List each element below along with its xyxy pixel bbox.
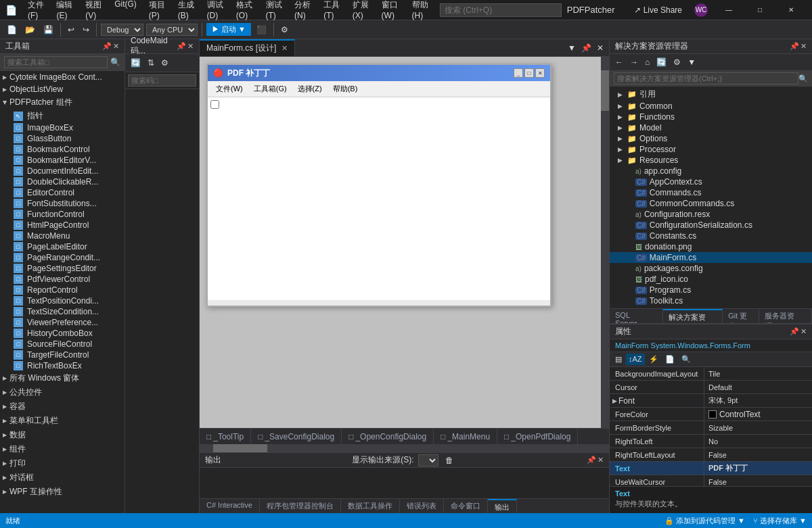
status-select-repo[interactable]: ⑂ 选择存储库 ▼ — [753, 516, 807, 526]
output-tab-csharp[interactable]: C# Interactive — [200, 499, 260, 513]
output-tab-nuget[interactable]: 程序包管理器控制台 — [260, 499, 341, 513]
expand-icon[interactable]: ▶ — [612, 398, 617, 404]
output-close[interactable]: ✕ — [597, 456, 604, 464]
solution-home[interactable]: ⌂ — [642, 55, 652, 69]
editor-tab-mainform[interactable]: MainForm.cs [设计] ✕ — [200, 39, 295, 56]
prop-value-bglayout[interactable]: Tile — [704, 367, 812, 380]
undo-btn[interactable]: ↩ — [65, 23, 77, 37]
prop-value-usewaitcursor[interactable]: False — [704, 475, 812, 486]
prop-value-righttoleft[interactable]: No — [704, 435, 812, 448]
toolbar-more[interactable]: ⚙ — [278, 23, 291, 37]
tab-sql-server[interactable]: SQL Server... — [610, 309, 663, 323]
menu-view[interactable]: 视图(V) — [80, 0, 108, 23]
solution-search-input[interactable] — [614, 72, 798, 85]
bottom-tab-openpdf[interactable]: □ _OpenPdfDialog — [497, 429, 578, 444]
bottom-tab-saveconfig[interactable]: □ _SaveConfigDialog — [251, 429, 342, 444]
tree-item-pdficon[interactable]: 🖼 pdf_icon.ico — [610, 274, 812, 285]
tree-item-options[interactable]: ▶ 📁 Options — [610, 133, 812, 144]
stop-btn[interactable]: ⬛ — [254, 23, 269, 37]
search-box[interactable] — [440, 3, 562, 17]
menu-extensions[interactable]: 扩展(X) — [347, 0, 375, 23]
tab-close-icon[interactable]: ✕ — [281, 44, 288, 53]
props-btn-alphabetical[interactable]: ↕AZ — [626, 354, 645, 365]
tree-item-resources[interactable]: ▶ 📁 Resources — [610, 155, 812, 166]
toolbox-item-dblclick[interactable]: □ DoubleClickableR... — [0, 176, 125, 187]
prop-value-forecolor[interactable]: ControlText — [704, 408, 812, 421]
tree-item-commoncommands[interactable]: C# CommonCommands.cs — [610, 198, 812, 209]
prop-value-cursor[interactable]: Default — [704, 381, 812, 393]
menu-project[interactable]: 项目(P) — [143, 0, 171, 23]
menu-help[interactable]: 帮助(H) — [407, 0, 434, 23]
toolbox-item-bookmarkeditor[interactable]: □ BookmarkEditorV... — [0, 155, 125, 166]
props-pin[interactable]: 📌 — [790, 327, 799, 336]
toolbox-group-header-dialog[interactable]: ▶ 对话框 — [0, 471, 125, 485]
toolbox-item-imagebox[interactable]: □ ImageBoxEx — [0, 122, 125, 133]
tree-item-constants[interactable]: C# Constants.cs — [610, 231, 812, 241]
form-menu-file[interactable]: 文件(W) — [210, 82, 248, 95]
toolbox-group-header-pdfpatcher[interactable]: ▶ PDFPatcher 组件 — [0, 95, 125, 110]
toolbox-item-richtextbox[interactable]: □ RichTextBoxEx — [0, 360, 125, 371]
toolbox-group-header-winforms[interactable]: ▶ 所有 Windows 窗体 — [0, 371, 125, 385]
toolbox-item-macro[interactable]: □ MacroMenu — [0, 231, 125, 241]
toolbox-group-header-data[interactable]: ▶ 数据 — [0, 428, 125, 442]
solution-settings[interactable]: ⚙ — [671, 55, 683, 69]
toolbox-group-header-print[interactable]: ▶ 打印 — [0, 456, 125, 471]
tree-item-program[interactable]: C# Program.cs — [610, 285, 812, 295]
output-tab-command[interactable]: 命令窗口 — [444, 499, 488, 513]
tree-item-configresx[interactable]: a) Configuration.resx — [610, 209, 812, 220]
toolbox-group-header-component[interactable]: ▶ 组件 — [0, 442, 125, 456]
toolbox-item-pagesettings[interactable]: □ PageSettingsEditor — [0, 263, 125, 274]
menu-file[interactable]: 文件(F) — [22, 0, 49, 23]
toolbox-item-textsize[interactable]: □ TextSizeCondition... — [0, 306, 125, 317]
menu-format[interactable]: 格式(O) — [231, 0, 259, 23]
solution-close[interactable]: ✕ — [800, 42, 807, 51]
toolbox-pin[interactable]: 📌 — [102, 42, 112, 51]
designer-scrollbar-v[interactable] — [601, 57, 609, 428]
status-add-source[interactable]: 🔒 添加到源代码管理 ▼ — [664, 516, 745, 526]
minimize-btn[interactable]: — — [713, 0, 744, 20]
tree-item-mainform[interactable]: C# MainForm.cs — [610, 252, 812, 263]
form-menu-select[interactable]: 选择(Z) — [292, 82, 328, 95]
tree-item-processor[interactable]: ▶ 📁 Processor — [610, 144, 812, 155]
toolbox-item-history[interactable]: □ HistoryComboBox — [0, 328, 125, 339]
prop-value-formborder[interactable]: Sizable — [704, 421, 812, 434]
menu-edit[interactable]: 编辑(E) — [51, 0, 78, 23]
solution-refresh[interactable]: 🔄 — [654, 55, 669, 69]
form-max-btn[interactable]: □ — [524, 68, 534, 78]
toolbox-group-header-common[interactable]: ▶ 公共控件 — [0, 385, 125, 400]
props-btn-property-pages[interactable]: 📄 — [662, 354, 677, 365]
codemaid-close[interactable]: ✕ — [187, 42, 194, 51]
run-button[interactable]: ▶ 启动 ▼ — [206, 23, 251, 36]
menu-git[interactable]: Git(G) — [109, 0, 142, 23]
codemaid-pin[interactable]: 📌 — [177, 42, 186, 51]
toolbox-item-viewer[interactable]: □ ViewerPreference... — [0, 317, 125, 328]
toolbox-item-docinfo[interactable]: □ DocumentInfoEdit... — [0, 166, 125, 176]
tree-item-commands[interactable]: C# Commands.cs — [610, 187, 812, 198]
toolbox-item-htmlpage[interactable]: □ HtmlPageControl — [0, 220, 125, 231]
scrollbar-thumb-v[interactable] — [601, 70, 609, 111]
codemaid-settings[interactable]: ⚙ — [158, 56, 171, 70]
tab-server-explorer[interactable]: 服务器资源... — [759, 309, 812, 323]
live-share-btn[interactable]: ↗ Live Share — [627, 5, 689, 15]
toolbox-group-header-cytotek[interactable]: ▶ Cytotek ImageBox Cont... — [0, 71, 125, 83]
tab-git-changes[interactable]: Git 更改 — [723, 309, 759, 323]
tree-item-appconfig[interactable]: a) app.config — [610, 166, 812, 176]
toolbox-group-header-object[interactable]: ▶ ObjectListView — [0, 83, 125, 95]
tab-pin-btn[interactable]: 📌 — [579, 41, 594, 55]
solution-pin[interactable]: 📌 — [790, 42, 799, 51]
tree-item-model[interactable]: ▶ 📁 Model — [610, 122, 812, 133]
new-btn[interactable]: 📄 — [4, 23, 20, 37]
form-menu-tools[interactable]: 工具箱(G) — [248, 82, 292, 95]
toolbox-item-target[interactable]: □ TargetFileControl — [0, 350, 125, 360]
props-close[interactable]: ✕ — [800, 327, 807, 336]
tab-list-btn[interactable]: ▼ — [565, 41, 579, 55]
solution-forward[interactable]: → — [627, 55, 641, 69]
form-checkbox[interactable] — [210, 100, 219, 109]
tree-item-packages[interactable]: a) packages.config — [610, 263, 812, 274]
output-tab-data[interactable]: 数据工具操作 — [341, 499, 400, 513]
maximize-btn[interactable]: □ — [744, 0, 775, 20]
output-tab-output[interactable]: 输出 — [488, 499, 517, 513]
form-close-btn[interactable]: ✕ — [535, 68, 545, 78]
props-btn-categorized[interactable]: ▤ — [612, 354, 625, 365]
output-clear[interactable]: 🗑 — [443, 454, 456, 467]
